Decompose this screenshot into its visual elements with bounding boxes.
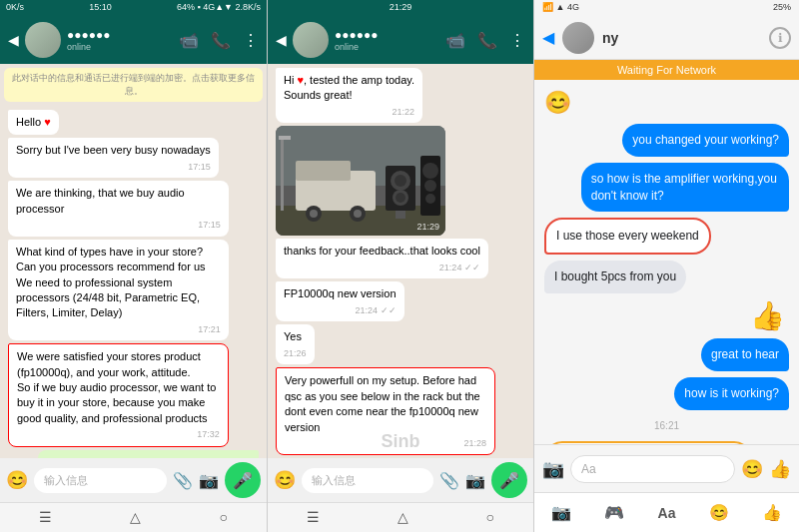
svg-point-16 [422, 163, 438, 179]
menu-nav-icon-2[interactable]: ☰ [307, 509, 320, 526]
header-icons-2: 📹 📞 ⋮ [445, 31, 525, 50]
attach-icon[interactable]: 📎 [173, 471, 193, 490]
svg-rect-20 [279, 136, 291, 140]
list-item: I use those every weekend [544, 218, 711, 255]
svg-point-17 [424, 180, 436, 192]
list-item: great to hear [701, 338, 789, 371]
text-nav-icon[interactable]: Aa [658, 505, 676, 521]
status-time: 15:10 [89, 2, 112, 14]
avatar-2 [293, 22, 329, 58]
list-item: how is it working? [674, 377, 789, 410]
more-icon[interactable]: ⋮ [243, 31, 259, 50]
camera-icon-2[interactable]: 📷 [465, 471, 485, 490]
call-icon-2[interactable]: 📞 [477, 31, 497, 50]
contact-name-2: ●●●●●● [335, 28, 439, 42]
thumbs-icon[interactable]: 👍 [769, 458, 791, 480]
panel2-header: ◀ ●●●●●● online 📹 📞 ⋮ [268, 16, 533, 64]
list-item: Very powerfull on my setup. Before had q… [276, 367, 495, 455]
list-item: What kind of types have in your store?Ca… [8, 240, 229, 341]
header-icons: 📹 📞 ⋮ [179, 31, 259, 50]
attach-icon-2[interactable]: 📎 [439, 471, 459, 490]
list-item: we are on holiday now, I will reply you … [38, 450, 259, 458]
svg-rect-14 [396, 211, 405, 219]
camera-icon[interactable]: 📷 [199, 471, 219, 490]
svg-point-6 [310, 210, 318, 218]
svg-point-8 [354, 210, 362, 218]
panel3-messenger: 📶 ▲ 4G 25% ◀ ny ℹ Waiting For Network 😊 … [533, 0, 799, 532]
back-nav-icon-2[interactable]: ○ [486, 509, 494, 526]
svg-point-13 [396, 193, 405, 203]
emoji-nav-icon[interactable]: 😊 [709, 503, 729, 522]
messenger-chat: 😊 you changed your working? so how is th… [534, 80, 799, 444]
panel1-header: ◀ ●●●●●● online 📹 📞 ⋮ [0, 16, 267, 64]
list-item: Hello ♥ [8, 110, 59, 135]
panel2-whatsapp-middle: 21:29 ◀ ●●●●●● online 📹 📞 ⋮ Hi ♥, tested… [267, 0, 533, 532]
mic-button[interactable]: 🎤 [225, 462, 261, 498]
mic-button-2[interactable]: 🎤 [491, 462, 527, 498]
thumbs-nav-icon[interactable]: 👍 [762, 503, 782, 522]
list-item: you changed your working? [622, 124, 789, 157]
menu-nav-icon[interactable]: ☰ [39, 509, 52, 526]
info-button[interactable]: ℹ [769, 27, 791, 49]
list-item: FP10000q new version 21:24 ✓✓ [276, 281, 404, 321]
chat-area-2: Hi ♥, tested the amp today.Sounds great!… [268, 64, 533, 458]
list-item: Yes 21:26 [276, 324, 315, 364]
panel2-input-bar: 😊 输入信息 📎 📷 🎤 [268, 458, 533, 502]
status-bar-2: 21:29 [268, 0, 533, 16]
list-item: I bought 5pcs from you [544, 261, 686, 293]
list-item: so how is the amplifier working,you don'… [581, 163, 789, 213]
battery-level: 25% [773, 2, 791, 14]
camera-icon-3[interactable]: 📷 [542, 458, 564, 480]
status-bar-3: 📶 ▲ 4G 25% [534, 0, 799, 16]
contact-name: ●●●●●● [67, 28, 173, 42]
panel1-input-bar: 😊 输入信息 📎 📷 🎤 [0, 458, 267, 502]
panel3-input-bar: 📷 Aa 😊 👍 [534, 444, 799, 492]
messenger-input[interactable]: Aa [570, 455, 735, 483]
game-nav-icon[interactable]: 🎮 [604, 503, 624, 522]
call-icon[interactable]: 📞 [211, 31, 231, 50]
svg-point-18 [425, 194, 435, 204]
status-time-2: 21:29 [390, 2, 412, 14]
chat-area-1: Hello ♥ Sorry but I've been very busy no… [0, 106, 267, 458]
nav-bar-1: ☰ △ ○ [0, 502, 267, 532]
avatar-3 [562, 22, 594, 54]
video-call-icon[interactable]: 📹 [179, 31, 199, 50]
list-item: We are thinking, that we buy audio proce… [8, 181, 229, 236]
back-icon-2[interactable]: ◀ [276, 32, 287, 48]
list-item: Sorry but I've been very busy nowadays 1… [8, 138, 219, 178]
emoji-message: 😊 [544, 88, 789, 118]
status-left: 0K/s [6, 2, 24, 14]
avatar [25, 22, 61, 58]
video-call-icon-2[interactable]: 📹 [445, 31, 465, 50]
home-nav-icon-2[interactable]: △ [398, 509, 408, 526]
svg-rect-19 [281, 136, 284, 211]
image-time: 21:29 [416, 222, 439, 232]
home-nav-icon[interactable]: △ [130, 509, 141, 526]
chat-image: 21:29 [276, 126, 445, 236]
list-item: Hi ♥, tested the amp today.Sounds great!… [276, 68, 422, 123]
svg-rect-4 [296, 161, 351, 181]
network-banner: Waiting For Network [534, 60, 799, 80]
encryption-notice[interactable]: 此对话中的信息和通话已进行端到端的加密。点击获取更多信息。 [4, 68, 263, 102]
status-bar-1: 0K/s 15:10 64% ▪ 4G▲▼ 2.8K/s [0, 0, 267, 16]
back-icon[interactable]: ◀ [8, 32, 19, 48]
network-icons: 📶 ▲ 4G [542, 2, 579, 14]
panel1-whatsapp-left: 0K/s 15:10 64% ▪ 4G▲▼ 2.8K/s ◀ ●●●●●● on… [0, 0, 267, 532]
nav-bar-3: 📷 🎮 Aa 😊 👍 [534, 492, 799, 532]
message-input-1[interactable]: 输入信息 [34, 468, 167, 493]
list-item: We were satisfied your stores product (f… [8, 343, 229, 447]
emoji-icon-2[interactable]: 😊 [274, 469, 296, 491]
more-icon-2[interactable]: ⋮ [509, 31, 525, 50]
panel3-header: ◀ ny ℹ [534, 16, 799, 60]
camera-nav-icon[interactable]: 📷 [551, 503, 571, 522]
contact-name-3: ny [602, 30, 761, 46]
status-right: 64% ▪ 4G▲▼ 2.8K/s [177, 2, 261, 14]
time-separator: 16:21 [654, 416, 679, 435]
emoji-icon-3[interactable]: 😊 [741, 458, 763, 480]
list-item: thanks for your feedback..that looks coo… [276, 239, 488, 278]
back-nav-icon[interactable]: ○ [219, 509, 227, 526]
svg-point-11 [395, 175, 406, 187]
emoji-icon[interactable]: 😊 [6, 469, 28, 491]
message-input-2[interactable]: 输入信息 [302, 468, 433, 493]
back-icon-3[interactable]: ◀ [542, 28, 554, 47]
